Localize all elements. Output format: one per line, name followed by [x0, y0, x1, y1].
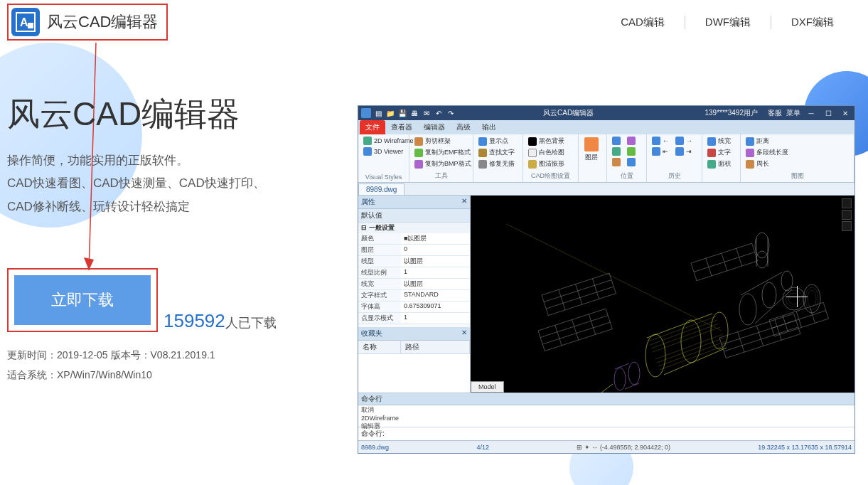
btn-pos-6[interactable]: [625, 157, 638, 167]
download-area: 立即下载 159592人已下载 更新时间：2019-12-05 版本号：V08.…: [7, 268, 334, 385]
svg-line-18: [660, 345, 727, 370]
btn-layers[interactable]: 图层: [582, 136, 601, 179]
btn-repair[interactable]: 修复无措: [476, 159, 517, 169]
btn-text[interactable]: 文字: [705, 147, 733, 158]
prop-textheight-label: 字体高: [358, 302, 401, 312]
btn-pos-4[interactable]: [625, 136, 638, 146]
ribbon-tab-advanced[interactable]: 高级: [451, 120, 476, 134]
svg-line-60: [775, 320, 781, 341]
download-suffix: 人已下载: [225, 316, 277, 330]
titlebar-mail-icon[interactable]: ✉: [422, 108, 432, 118]
btn-pos-5[interactable]: [625, 146, 638, 156]
btn-cut-frame[interactable]: 剪切框架: [412, 136, 473, 146]
vp-control-2[interactable]: [842, 210, 852, 220]
close-icon[interactable]: ✕: [839, 108, 852, 118]
btn-pos-2[interactable]: [610, 146, 623, 156]
btn-perimeter[interactable]: 周长: [744, 159, 791, 169]
btn-area[interactable]: 面积: [705, 159, 733, 169]
btn-3d-viewer[interactable]: 3D Viewer: [361, 146, 416, 156]
btn-show-points[interactable]: 显示点: [476, 136, 517, 146]
favorites-header: 收藏夹✕: [358, 327, 470, 341]
prop-color-value[interactable]: ■以图层: [401, 233, 470, 244]
svg-line-43: [592, 279, 599, 299]
titlebar-undo-icon[interactable]: ↶: [434, 108, 444, 118]
col-name[interactable]: 名称: [358, 341, 401, 353]
ribbon-tabs: 文件 查看器 编辑器 高级 输出: [358, 120, 854, 134]
btn-nav-down[interactable]: ⇥: [673, 146, 695, 156]
titlebar-new-icon[interactable]: ▤: [373, 108, 383, 118]
svg-point-39: [808, 290, 816, 307]
btn-polyline-length[interactable]: 多段线长度: [744, 147, 791, 158]
titlebar-save-icon[interactable]: 💾: [397, 108, 407, 118]
btn-copy-emf[interactable]: 复制为EMF格式: [412, 147, 473, 158]
prop-layer-value[interactable]: 0: [401, 245, 470, 255]
download-button[interactable]: 立即下载: [14, 275, 151, 325]
btn-nav-right[interactable]: →: [673, 136, 695, 146]
btn-copy-bmp[interactable]: 复制为BMP格式: [412, 159, 473, 169]
svg-line-62: [724, 327, 798, 351]
command-input[interactable]: 命令行:: [358, 427, 854, 440]
wireframe-model: [506, 224, 833, 393]
col-path[interactable]: 路径: [401, 341, 470, 353]
titlebar-open-icon[interactable]: 📁: [385, 108, 395, 118]
titlebar-menu[interactable]: 菜单: [786, 108, 800, 118]
minimize-icon[interactable]: ─: [805, 108, 818, 118]
viewport[interactable]: Model: [471, 196, 854, 393]
ribbon-tab-viewer[interactable]: 查看器: [385, 120, 418, 134]
prop-color-label: 颜色: [358, 233, 401, 244]
btn-pos-3[interactable]: [610, 157, 623, 167]
btn-find-text[interactable]: 查找文字: [476, 147, 517, 158]
model-tab[interactable]: Model: [471, 381, 504, 393]
group-tools: 工具: [412, 170, 470, 181]
btn-white-draw[interactable]: 白色绘图: [526, 147, 567, 158]
svg-line-16: [657, 338, 724, 363]
ribbon-tab-file[interactable]: 文件: [360, 120, 385, 134]
svg-line-48: [572, 320, 579, 341]
ribbon-tab-editor[interactable]: 编辑器: [418, 120, 451, 134]
app-screenshot: ▤ 📁 💾 🖶 ✉ ↶ ↷ 风云CAD编辑器 139****3492用户 客服 …: [358, 105, 855, 454]
command-history: 取消 2DWireframe 编辑器: [358, 405, 854, 427]
command-header: 命令行: [358, 393, 854, 405]
svg-line-14: [506, 224, 722, 331]
prop-section-general[interactable]: 一般设置: [358, 223, 470, 233]
download-highlight-box: 立即下载: [7, 268, 158, 332]
titlebar-redo-icon[interactable]: ↷: [446, 108, 456, 118]
prop-pointmode-label: 点显示模式: [358, 313, 401, 324]
version-label: 版本号：: [108, 349, 151, 361]
btn-nav-left[interactable]: ←: [650, 136, 671, 146]
btn-distance[interactable]: 距离: [744, 136, 791, 146]
prop-textstyle-value[interactable]: STANDARD: [401, 290, 470, 301]
vp-control-1[interactable]: [842, 198, 852, 208]
btn-clear-shape[interactable]: 图清振形: [526, 159, 567, 169]
document-tab[interactable]: 8989.dwg: [358, 183, 404, 195]
svg-line-8: [647, 314, 712, 338]
maximize-icon[interactable]: ☐: [822, 108, 835, 118]
prop-linetype-value[interactable]: 以图层: [401, 256, 470, 267]
svg-line-56: [694, 252, 755, 272]
titlebar-user[interactable]: 139****3492用户: [705, 108, 759, 118]
titlebar-service[interactable]: 客服: [768, 108, 782, 118]
prop-lineweight-value[interactable]: 以图层: [401, 279, 470, 289]
command-area: 命令行 取消 2DWireframe 编辑器 命令行:: [358, 393, 854, 440]
prop-textheight-value[interactable]: 0.675309071: [401, 302, 470, 312]
panel-close-icon[interactable]: ✕: [461, 197, 467, 207]
update-value: 2019-12-05: [57, 349, 108, 361]
ribbon-tab-output[interactable]: 输出: [476, 120, 502, 134]
btn-lineweight[interactable]: 线宽: [705, 136, 733, 146]
panel-close-icon[interactable]: ✕: [461, 329, 467, 339]
vp-control-3[interactable]: [842, 221, 852, 231]
nav-dxf-edit[interactable]: DXF编辑: [771, 16, 854, 29]
btn-pos-1[interactable]: [610, 136, 623, 146]
app-logo-icon: A: [11, 8, 40, 36]
titlebar-print-icon[interactable]: 🖶: [409, 108, 419, 118]
svg-rect-2: [28, 23, 33, 28]
btn-nav-up[interactable]: ⇤: [650, 146, 671, 156]
btn-2d-wireframe[interactable]: 2D Wireframe: [361, 136, 416, 146]
prop-pointmode-value[interactable]: 1: [401, 313, 470, 324]
version-value: V08.21.2019.1: [151, 349, 215, 361]
prop-ltscale-value[interactable]: 1: [401, 267, 470, 278]
nav-dwf-edit[interactable]: DWF编辑: [685, 16, 771, 29]
btn-black-bg[interactable]: 黑色背景: [526, 136, 567, 146]
nav-cad-edit[interactable]: CAD编辑: [601, 16, 685, 29]
status-bar: 8989.dwg 4/12 ⊞ ✦ ↔ (-4.498558; 2.904422…: [358, 440, 854, 453]
